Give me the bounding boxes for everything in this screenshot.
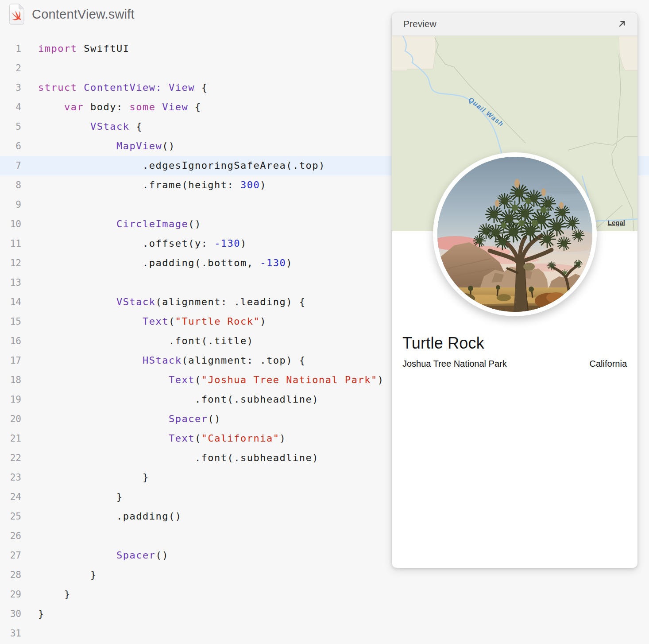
code-text: CircleImage()	[21, 214, 201, 234]
line-number: 17	[0, 351, 21, 370]
code-text: }	[21, 468, 149, 487]
line-number: 11	[0, 234, 21, 253]
place-info: Turtle Rock Joshua Tree National Park Ca…	[392, 334, 637, 369]
code-text: import SwiftUI	[21, 39, 129, 58]
code-text	[21, 526, 38, 546]
line-number: 16	[0, 331, 21, 351]
code-text: var body: some View {	[21, 97, 201, 117]
line-number: 26	[0, 526, 21, 546]
arrow-up-right-icon	[617, 19, 627, 29]
line-number: 6	[0, 136, 21, 156]
code-text	[21, 195, 38, 214]
code-line-29[interactable]: 29 }	[0, 585, 649, 604]
code-text: Text("Joshua Tree National Park")	[21, 370, 384, 390]
code-text: Spacer()	[21, 546, 169, 565]
code-line-30[interactable]: 30}	[0, 604, 649, 624]
line-number: 30	[0, 604, 21, 624]
preview-title: Preview	[403, 19, 437, 29]
code-text: .font(.subheadline)	[21, 390, 319, 409]
line-number: 9	[0, 195, 21, 214]
line-number: 10	[0, 214, 21, 234]
code-text: VStack(alignment: .leading) {	[21, 292, 306, 312]
line-number: 29	[0, 585, 21, 604]
line-number: 13	[0, 273, 21, 292]
file-title: ContentView.swift	[32, 7, 135, 22]
code-text: }	[21, 604, 45, 624]
code-text: }	[21, 565, 97, 585]
code-text: VStack {	[21, 117, 143, 136]
code-text: .font(.subheadline)	[21, 448, 319, 468]
preview-panel: Preview Quail Wash	[391, 12, 638, 568]
code-text: Spacer()	[21, 409, 221, 429]
code-text: Text("Turtle Rock")	[21, 312, 267, 331]
line-number: 28	[0, 565, 21, 585]
line-number: 14	[0, 292, 21, 312]
place-title: Turtle Rock	[402, 334, 627, 353]
line-number: 15	[0, 312, 21, 331]
line-number: 21	[0, 429, 21, 448]
swift-file-icon	[8, 4, 25, 25]
file-header: ContentView.swift	[8, 4, 135, 25]
line-number: 12	[0, 253, 21, 273]
line-number: 8	[0, 175, 21, 195]
place-park: Joshua Tree National Park	[402, 359, 507, 369]
line-number: 24	[0, 487, 21, 507]
code-text: MapView()	[21, 136, 175, 156]
line-number: 2	[0, 58, 21, 78]
code-text: .frame(height: 300)	[21, 175, 267, 195]
code-text	[21, 624, 38, 643]
code-text: .font(.title)	[21, 331, 254, 351]
code-text	[21, 58, 38, 78]
code-text: .padding(.bottom, -130)	[21, 253, 293, 273]
line-number: 27	[0, 546, 21, 565]
code-text: struct ContentView: View {	[21, 78, 208, 97]
code-text: Text("California")	[21, 429, 286, 448]
line-number: 4	[0, 97, 21, 117]
line-number: 20	[0, 409, 21, 429]
code-line-31[interactable]: 31	[0, 624, 649, 643]
line-number: 1	[0, 39, 21, 58]
line-number: 19	[0, 390, 21, 409]
line-number: 22	[0, 448, 21, 468]
code-text: .edgesIgnoringSafeArea(.top)	[21, 156, 325, 175]
circle-image	[433, 152, 597, 316]
code-text: HStack(alignment: .top) {	[21, 351, 306, 370]
code-text: .padding()	[21, 507, 182, 526]
legal-link[interactable]: Legal	[608, 219, 625, 226]
code-text: .offset(y: -130)	[21, 234, 247, 253]
place-state: California	[590, 359, 627, 369]
line-number: 31	[0, 624, 21, 643]
line-number: 25	[0, 507, 21, 526]
code-text: }	[21, 487, 123, 507]
line-number: 3	[0, 78, 21, 97]
line-number: 23	[0, 468, 21, 487]
line-number: 7	[0, 156, 21, 175]
line-number: 5	[0, 117, 21, 136]
joshua-tree-photo	[437, 157, 592, 312]
code-text: }	[21, 585, 71, 604]
expand-preview-button[interactable]	[616, 18, 628, 30]
preview-header: Preview	[392, 12, 637, 36]
line-number: 18	[0, 370, 21, 390]
code-text	[21, 273, 38, 292]
